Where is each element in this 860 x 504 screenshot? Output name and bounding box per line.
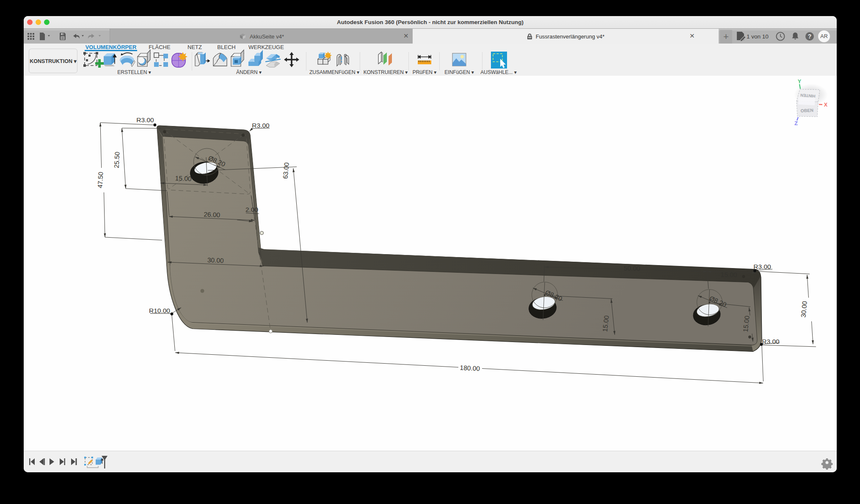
svg-text:25.50: 25.50 [113, 151, 121, 168]
svg-text:R3.00: R3.00 [136, 116, 154, 123]
svg-text:50.00: 50.00 [624, 264, 641, 272]
svg-text:Z: Z [794, 120, 798, 126]
svg-text:R3.00: R3.00 [762, 338, 780, 345]
svg-text:R3.00: R3.00 [252, 122, 270, 129]
svg-text:180.00: 180.00 [460, 364, 480, 372]
svg-text:15.00: 15.00 [175, 175, 192, 182]
svg-text:OBEN: OBEN [800, 107, 813, 113]
svg-text:R3.00: R3.00 [753, 263, 771, 270]
svg-text:63.00: 63.00 [281, 162, 290, 179]
svg-text:26.00: 26.00 [204, 211, 221, 219]
svg-text:R10.00: R10.00 [149, 307, 170, 314]
svg-text:15.00: 15.00 [721, 271, 738, 278]
svg-text:X: X [824, 102, 828, 108]
svg-text:2.00: 2.00 [245, 206, 259, 213]
svg-text:30.00: 30.00 [799, 301, 808, 318]
svg-text:?: ? [808, 33, 812, 40]
svg-text:Y: Y [798, 79, 802, 85]
svg-text:30.00: 30.00 [207, 256, 224, 264]
svg-text:47.50: 47.50 [96, 172, 105, 189]
